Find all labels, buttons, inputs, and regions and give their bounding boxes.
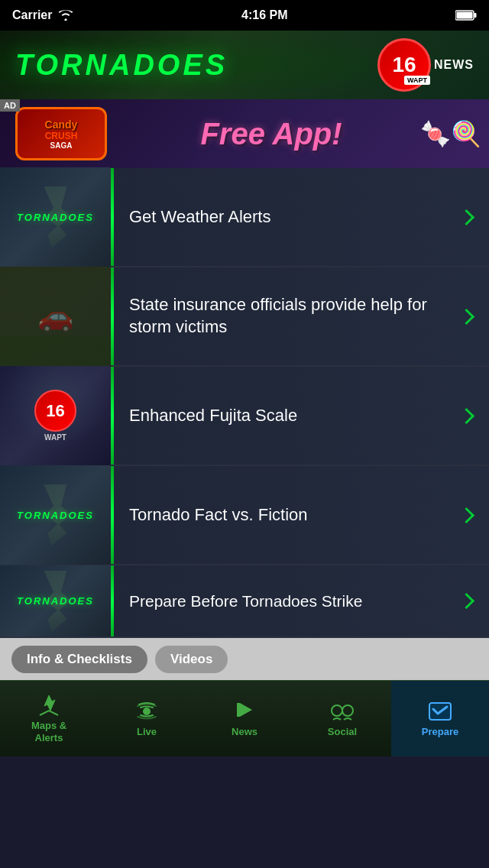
svg-rect-1 (474, 13, 476, 18)
free-app-text: Free App! (122, 117, 420, 151)
nav-label-news: News (232, 726, 257, 738)
logo-news-text: NEWS (434, 58, 474, 72)
chevron-right-icon (451, 202, 481, 232)
ad-label: AD (0, 99, 20, 112)
list-item[interactable]: TORNADOES Tornado Fact vs. Fiction (0, 466, 489, 565)
thumb-label: TORNADOES (17, 212, 94, 223)
map-alerts-icon (35, 694, 63, 717)
news-icon (231, 700, 258, 723)
status-bar: Carrier 4:16 PM (0, 0, 489, 31)
filter-tabs: Info & Checklists Videos (0, 638, 489, 680)
item-text: Tornado Fact vs. Fiction (114, 504, 451, 526)
crush-text: CRUSH (45, 131, 78, 141)
nav-label-maps: Maps &Alerts (31, 720, 66, 743)
nav-item-news[interactable]: News (196, 681, 293, 756)
item-text: Get Weather Alerts (114, 206, 451, 228)
bottom-nav: Maps &Alerts Live News Social (0, 680, 489, 756)
candy-icon: 🍬🍭 (420, 107, 481, 160)
thumb-label: TORNADOES (17, 510, 94, 521)
nav-item-prepare[interactable]: Prepare (391, 681, 489, 756)
nav-item-social[interactable]: Social (293, 681, 391, 756)
live-icon (133, 700, 160, 723)
nav-label-prepare: Prepare (422, 726, 458, 738)
item-thumbnail: TORNADOES (0, 465, 111, 565)
nav-item-live[interactable]: Live (98, 681, 196, 756)
chevron-right-icon (451, 301, 481, 332)
list-item[interactable]: 🚗 State insurance officials provide help… (0, 267, 489, 367)
list-item[interactable]: TORNADOES Get Weather Alerts (0, 168, 489, 267)
logo-number: 16 (392, 54, 416, 76)
item-thumbnail: 16 WAPT (0, 366, 111, 465)
chevron-right-icon (451, 400, 481, 431)
candy-text: Candy (45, 118, 78, 131)
item-text: State insurance officials provide help f… (114, 294, 451, 338)
logo-wapt-text: WAPT (404, 76, 430, 85)
item-thumbnail: TORNADOES (0, 167, 111, 267)
svg-point-3 (143, 708, 151, 715)
svg-rect-2 (456, 12, 472, 19)
app-header: TORNADOES 16 WAPT NEWS (0, 31, 489, 99)
item-thumbnail: 🚗 (0, 267, 111, 366)
logo-circle: 16 WAPT (377, 38, 431, 92)
svg-point-6 (332, 705, 342, 716)
battery-icon (455, 10, 477, 21)
ad-banner[interactable]: AD Candy CRUSH SAGA Free App! 🍬🍭 (0, 99, 489, 168)
saga-text: SAGA (50, 141, 73, 150)
prepare-icon (426, 700, 454, 723)
item-thumbnail: TORNADOES (0, 565, 111, 637)
wifi-icon (58, 10, 73, 21)
nav-label-live: Live (137, 726, 157, 738)
candy-crush-logo: Candy CRUSH SAGA (15, 107, 107, 160)
status-right (455, 10, 477, 21)
list-item-partial[interactable]: TORNADOES Prepare Before Tornadoes Strik… (0, 565, 489, 638)
svg-rect-4 (237, 703, 240, 717)
status-left: Carrier (12, 8, 73, 22)
content-list: TORNADOES Get Weather Alerts 🚗 State ins… (0, 168, 489, 638)
item-text: Enhanced Fujita Scale (114, 405, 451, 427)
nav-item-maps[interactable]: Maps &Alerts (0, 681, 98, 756)
list-item[interactable]: 16 WAPT Enhanced Fujita Scale (0, 367, 489, 466)
carrier-label: Carrier (12, 8, 52, 22)
ad-content: Candy CRUSH SAGA Free App! 🍬🍭 (0, 107, 489, 160)
nav-label-social: Social (328, 726, 357, 738)
thumb-label: TORNADOES (17, 595, 94, 607)
time-display: 4:16 PM (241, 8, 287, 22)
chevron-right-icon (451, 586, 481, 617)
filter-tab-info[interactable]: Info & Checklists (11, 646, 147, 673)
filter-tab-videos[interactable]: Videos (155, 646, 228, 673)
chevron-right-icon (451, 500, 481, 530)
svg-point-7 (342, 705, 353, 716)
header-logo: 16 WAPT NEWS (377, 38, 474, 92)
social-icon (329, 700, 356, 723)
header-title: TORNADOES (15, 49, 228, 82)
svg-marker-5 (240, 703, 252, 717)
item-text: Prepare Before Tornadoes Strike (114, 591, 451, 611)
